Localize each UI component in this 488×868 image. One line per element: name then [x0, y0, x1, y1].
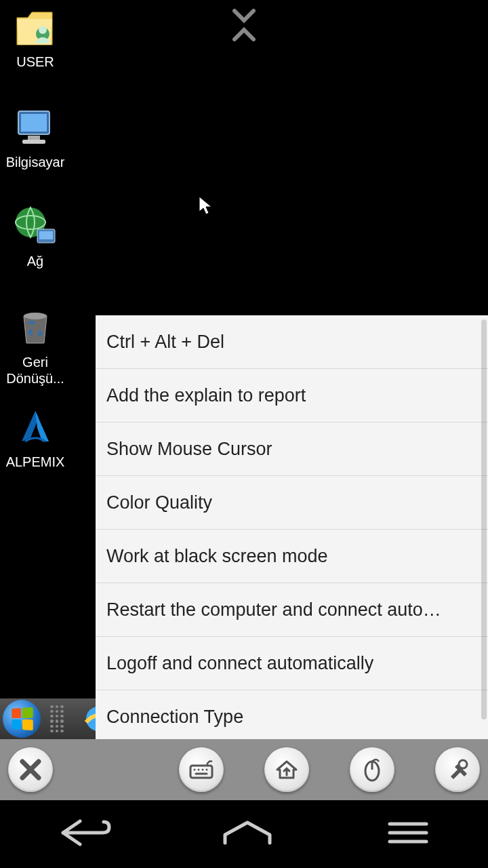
- computer-icon: [12, 104, 59, 152]
- svg-rect-9: [39, 231, 53, 239]
- scrollbar[interactable]: [481, 319, 487, 719]
- icon-label: ALPEMIX: [6, 454, 65, 470]
- svg-rect-4: [28, 136, 40, 140]
- remote-taskbar[interactable]: [0, 698, 96, 739]
- user-folder-icon: [12, 4, 59, 52]
- menu-icon: [378, 816, 439, 850]
- cursor-icon: [198, 195, 213, 216]
- icon-label: USER: [16, 54, 54, 70]
- icon-label: Geri Dönüşü...: [1, 354, 69, 387]
- mouse-icon: [359, 756, 386, 783]
- home-nav-icon: [217, 816, 278, 850]
- svg-point-1: [39, 26, 47, 34]
- network-icon: [12, 203, 59, 251]
- taskbar-grip-icon: [50, 705, 64, 732]
- remote-desktop-view[interactable]: USER Bilgisayar Ağ: [0, 0, 488, 739]
- svg-rect-5: [22, 140, 45, 144]
- desktop-icon-user[interactable]: USER: [1, 4, 69, 70]
- menu-item-black-screen[interactable]: Work at black screen mode: [96, 530, 488, 583]
- desktop-icon-network[interactable]: Ağ: [1, 203, 69, 269]
- app-toolbar: [0, 739, 488, 800]
- keyboard-button[interactable]: [179, 747, 224, 792]
- back-icon: [49, 816, 117, 850]
- icon-label: Ağ: [27, 254, 43, 269]
- windows-logo-icon: [12, 707, 33, 730]
- remote-cursor: [198, 195, 213, 218]
- desktop-icon-computer[interactable]: Bilgisayar: [1, 104, 69, 170]
- mouse-button[interactable]: [350, 747, 394, 792]
- close-button[interactable]: [8, 747, 53, 792]
- menu-scroll[interactable]: Ctrl + Alt + Del Add the explain to repo…: [96, 315, 488, 739]
- keyboard-icon: [188, 756, 215, 783]
- android-navbar: [0, 800, 488, 868]
- back-button[interactable]: [49, 816, 117, 852]
- menu-item-restart-auto[interactable]: Restart the computer and connect auto…: [96, 583, 488, 637]
- home-button[interactable]: [264, 747, 309, 792]
- menu-item-color-quality[interactable]: Color Quality: [96, 476, 488, 530]
- menu-item-show-cursor[interactable]: Show Mouse Cursor: [96, 422, 488, 476]
- home-nav-button[interactable]: [217, 816, 278, 852]
- desktop-icon-alpemix[interactable]: ALPEMIX: [1, 404, 69, 470]
- alpemix-icon: [12, 404, 59, 452]
- svg-rect-14: [190, 766, 212, 778]
- svg-rect-3: [21, 114, 47, 132]
- recent-apps-button[interactable]: [378, 816, 439, 852]
- chevron-up-icon: [230, 26, 258, 45]
- tools-button[interactable]: [435, 747, 480, 792]
- start-button[interactable]: [3, 700, 41, 738]
- menu-item-logoff-auto[interactable]: Logoff and connect automatically: [96, 637, 488, 690]
- context-menu: Ctrl + Alt + Del Add the explain to repo…: [96, 315, 488, 739]
- menu-item-ctrl-alt-del[interactable]: Ctrl + Alt + Del: [96, 315, 488, 369]
- recycle-bin-icon: [12, 304, 59, 351]
- home-up-icon: [273, 756, 300, 783]
- svg-point-10: [24, 313, 47, 319]
- collapse-toggle[interactable]: [230, 7, 258, 45]
- chevron-down-icon: [230, 7, 258, 26]
- tools-icon: [444, 756, 471, 783]
- icon-label: Bilgisayar: [6, 155, 65, 170]
- close-icon: [18, 757, 43, 782]
- menu-item-add-explain[interactable]: Add the explain to report: [96, 369, 488, 422]
- screen: USER Bilgisayar Ağ: [0, 0, 488, 868]
- desktop-icon-recycle-bin[interactable]: Geri Dönüşü...: [1, 304, 69, 387]
- menu-item-connection-type[interactable]: Connection Type: [96, 690, 488, 739]
